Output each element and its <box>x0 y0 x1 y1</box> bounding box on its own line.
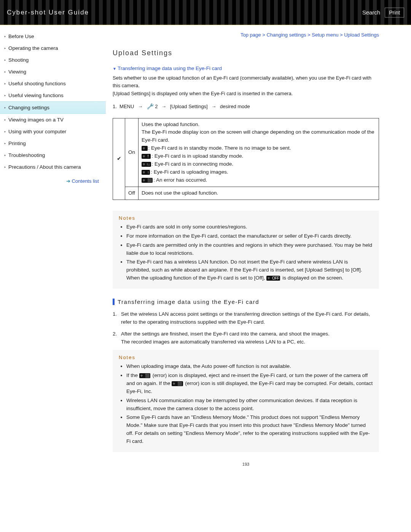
sidebar-item[interactable]: Shooting <box>0 54 106 66</box>
sidebar-item[interactable]: Viewing images on a TV <box>0 114 106 126</box>
wrench-icon: 🔧 <box>147 102 153 110</box>
breadcrumb-top[interactable]: Top page <box>241 32 261 38</box>
options-table: ✔ On Uses the upload function. The Eye-F… <box>113 118 379 200</box>
eyefi-off-icon: ᯤ OFF <box>266 276 280 281</box>
sidebar-item[interactable]: Viewing <box>0 66 106 78</box>
search-link[interactable]: Search <box>362 9 381 16</box>
sidebar-item[interactable]: Before Use <box>0 30 106 42</box>
header-actions: Search Print <box>362 8 404 18</box>
sidebar-item[interactable]: Useful shooting functions <box>0 78 106 89</box>
sidebar-item[interactable]: Precautions / About this camera <box>0 161 106 173</box>
menu-path: 1. MENU → 🔧 2 → [Upload Settings] → desi… <box>113 103 379 110</box>
eyefi-connecting-icon: ᯤ↑↓ <box>142 162 151 167</box>
breadcrumb: Top page > Changing settings > Setup men… <box>113 32 379 38</box>
breadcrumb-setup[interactable]: Setup menu <box>312 32 338 38</box>
steps-list: Set the wireless LAN access point settin… <box>113 310 379 346</box>
intro-text: Sets whether to use the upload function … <box>113 74 379 97</box>
note-item: When uploading image data, the Auto powe… <box>126 363 373 371</box>
arrow-icon: → <box>138 104 143 109</box>
on-description: Uses the upload function. The Eye-Fi mod… <box>139 118 379 187</box>
contents-list-link[interactable]: Contents list <box>72 178 99 184</box>
note-item: The Eye-Fi card has a wireless LAN funct… <box>126 258 373 282</box>
breadcrumb-current: Upload Settings <box>344 32 379 38</box>
eyefi-error-icon: ᯤ ⬛ <box>142 178 153 183</box>
note-item: Eye-Fi cards are sold in only some count… <box>126 223 373 231</box>
step-item: Set the wireless LAN access point settin… <box>113 310 379 326</box>
main-content: Top page > Changing settings > Setup men… <box>106 25 395 482</box>
sidebar-nav: Before UseOperating the cameraShootingVi… <box>0 30 106 173</box>
app-title: Cyber-shot User Guide <box>7 9 89 16</box>
sidebar-item[interactable]: Printing <box>0 137 106 149</box>
header: Cyber-shot User Guide Search Print <box>0 0 411 25</box>
eyefi-upload-standby-icon: ᯤ ⠇ <box>142 154 151 159</box>
mode-on: On <box>125 118 139 187</box>
mode-off: Off <box>125 187 139 200</box>
page-number: 193 <box>113 462 379 466</box>
sidebar-item[interactable]: Using with your computer <box>0 126 106 137</box>
section-heading: Transferring image data using the Eye-Fi… <box>113 299 379 305</box>
notes-block-1: Notes Eye-Fi cards are sold in only some… <box>113 211 379 289</box>
sidebar-item[interactable]: Operating the camera <box>0 42 106 54</box>
note-item: If the ᯤ ⬛ (error) icon is displayed, ej… <box>126 372 373 396</box>
page-title: Upload Settings <box>113 49 379 57</box>
note-item: Eye-Fi cards are permitted only in the c… <box>126 241 373 257</box>
notes-title: Notes <box>119 355 373 360</box>
notes-list-2: When uploading image data, the Auto powe… <box>119 363 373 446</box>
note-item: Some Eye-Fi cards have an "Endless Memor… <box>126 414 373 446</box>
breadcrumb-changing[interactable]: Changing settings <box>266 32 306 38</box>
arrow-icon: → <box>211 104 216 109</box>
sidebar-item[interactable]: Changing settings <box>0 101 106 114</box>
check-icon: ✔ <box>113 118 125 200</box>
print-button[interactable]: Print <box>385 8 404 18</box>
eyefi-uploading-icon: ᯤ ↑ <box>142 170 150 175</box>
sidebar: Before UseOperating the cameraShootingVi… <box>0 25 106 482</box>
anchor-transferring[interactable]: Transferring image data using the Eye-Fi… <box>113 66 222 71</box>
notes-list-1: Eye-Fi cards are sold in only some count… <box>119 223 373 282</box>
eyefi-error-icon: ᯤ ⬛ <box>139 373 150 378</box>
arrow-icon: → <box>161 104 166 109</box>
arrow-right-icon: ➔ <box>66 178 70 184</box>
eyefi-standby-icon: ᯤ <box>142 146 148 151</box>
eyefi-error-icon: ᯤ ⬛ <box>172 381 183 386</box>
sidebar-item[interactable]: Useful viewing functions <box>0 89 106 101</box>
notes-title: Notes <box>119 215 373 221</box>
note-item: Wireless LAN communication may be interr… <box>126 397 373 413</box>
notes-block-2: Notes When uploading image data, the Aut… <box>113 350 379 452</box>
off-description: Does not use the upload function. <box>139 187 379 200</box>
step-item: After the settings are finished, insert … <box>113 330 379 346</box>
sidebar-item[interactable]: Troubleshooting <box>0 149 106 161</box>
note-item: For more information on the Eye-Fi card,… <box>126 232 373 240</box>
